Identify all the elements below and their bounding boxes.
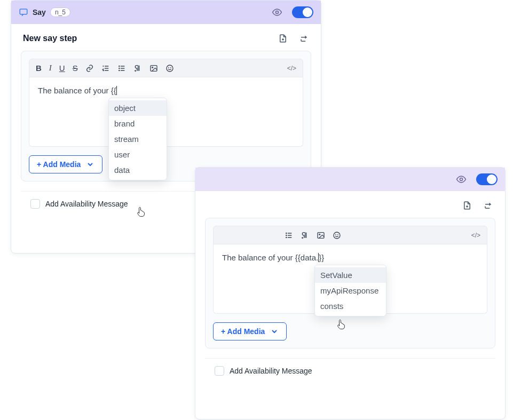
svg-point-12 xyxy=(286,235,286,235)
editor-token-suffix: }} xyxy=(319,253,324,262)
add-media-label: + Add Media xyxy=(37,160,81,169)
svg-point-4 xyxy=(119,70,119,70)
sub-title: New say step xyxy=(23,34,77,43)
add-media-button[interactable]: + Add Media xyxy=(213,322,287,340)
panel-header xyxy=(195,168,505,191)
svg-point-18 xyxy=(337,234,338,235)
message-editor[interactable]: The balance of your {{ object brand stre… xyxy=(29,77,303,147)
enable-toggle[interactable] xyxy=(476,173,498,185)
visibility-icon[interactable] xyxy=(456,174,467,185)
autocomplete-item-stream[interactable]: stream xyxy=(109,131,167,147)
svg-point-2 xyxy=(119,66,119,66)
svg-point-9 xyxy=(170,67,171,68)
svg-point-15 xyxy=(319,234,320,235)
add-page-icon[interactable] xyxy=(462,201,472,210)
autocomplete-item-setvalue[interactable]: SetValue xyxy=(315,267,386,283)
editor-text-prefix: The balance of your xyxy=(38,86,111,95)
text-caret xyxy=(116,86,117,95)
message-editor[interactable]: The balance of your {{data.}} SetValue m… xyxy=(213,244,487,314)
italic-icon[interactable]: I xyxy=(49,64,52,73)
availability-row: Add Availability Message xyxy=(205,358,495,383)
svg-point-3 xyxy=(119,68,119,68)
ordered-list-icon[interactable] xyxy=(101,64,110,73)
emoji-icon[interactable] xyxy=(333,231,341,240)
svg-point-11 xyxy=(286,233,286,233)
svg-point-7 xyxy=(167,65,173,72)
editor-token: {{data. xyxy=(295,253,318,262)
svg-point-16 xyxy=(334,232,340,239)
availability-checkbox[interactable] xyxy=(215,366,224,376)
editor-card: B I U S </> Th xyxy=(21,51,311,181)
sub-actions xyxy=(462,201,493,210)
code-toggle-icon[interactable]: </> xyxy=(471,232,480,239)
panel-title: Say xyxy=(33,8,46,17)
autocomplete-item-brand[interactable]: brand xyxy=(109,116,167,131)
chevron-down-icon xyxy=(86,160,94,169)
autocomplete-item-consts[interactable]: consts xyxy=(315,298,386,314)
unordered-list-icon[interactable] xyxy=(285,231,293,240)
underline-icon[interactable]: U xyxy=(59,64,65,73)
availability-checkbox[interactable] xyxy=(30,199,40,209)
autocomplete-popover: object brand stream user data xyxy=(108,98,167,180)
editor-toolbar: B I U S </> xyxy=(213,226,487,244)
panel-header: Say n_5 xyxy=(11,1,321,24)
say-icon xyxy=(19,7,28,17)
say-step-panel-secondary: B I U S </> The balance of your {{data.}… xyxy=(195,167,506,419)
step-id-badge: n_5 xyxy=(50,7,70,17)
svg-point-1 xyxy=(276,11,279,14)
autocomplete-item-data[interactable]: data xyxy=(109,162,167,178)
sub-header xyxy=(195,191,505,218)
add-media-label: + Add Media xyxy=(221,327,265,336)
visibility-icon[interactable] xyxy=(272,7,282,18)
paragraph-rtl-icon[interactable] xyxy=(133,64,142,73)
availability-label: Add Availability Message xyxy=(230,367,312,375)
add-page-icon[interactable] xyxy=(278,34,288,43)
emoji-icon[interactable] xyxy=(165,64,174,73)
image-icon[interactable] xyxy=(317,231,325,240)
enable-toggle[interactable] xyxy=(292,6,313,18)
autocomplete-item-user[interactable]: user xyxy=(109,147,167,162)
chevron-down-icon xyxy=(270,327,279,336)
svg-rect-0 xyxy=(20,9,27,14)
availability-label: Add Availability Message xyxy=(45,200,128,208)
editor-text-prefix: The balance of your xyxy=(222,253,295,262)
autocomplete-popover: SetValue myApiResponse consts xyxy=(314,265,386,316)
svg-point-8 xyxy=(168,67,169,68)
svg-point-17 xyxy=(335,234,336,235)
sub-actions xyxy=(278,34,309,43)
editor-token: {{ xyxy=(111,86,116,95)
svg-point-10 xyxy=(460,178,463,181)
svg-point-6 xyxy=(152,67,153,68)
autocomplete-item-myapiresponse[interactable]: myApiResponse xyxy=(315,283,386,298)
code-toggle-icon[interactable]: </> xyxy=(287,65,296,72)
unordered-list-icon[interactable] xyxy=(117,64,126,73)
bold-icon[interactable]: B xyxy=(36,64,42,73)
paragraph-rtl-icon[interactable] xyxy=(301,231,309,240)
editor-toolbar: B I U S </> xyxy=(29,59,303,77)
svg-point-13 xyxy=(286,237,286,237)
redirect-icon[interactable] xyxy=(299,34,309,43)
add-media-button[interactable]: + Add Media xyxy=(29,155,102,173)
editor-card: B I U S </> The balance of your {{data.}… xyxy=(205,218,495,348)
sub-header: New say step xyxy=(11,24,321,51)
redirect-icon[interactable] xyxy=(484,201,493,210)
autocomplete-item-object[interactable]: object xyxy=(109,100,167,116)
image-icon[interactable] xyxy=(149,64,158,73)
strike-icon[interactable]: S xyxy=(73,64,78,73)
link-icon[interactable] xyxy=(85,64,94,73)
